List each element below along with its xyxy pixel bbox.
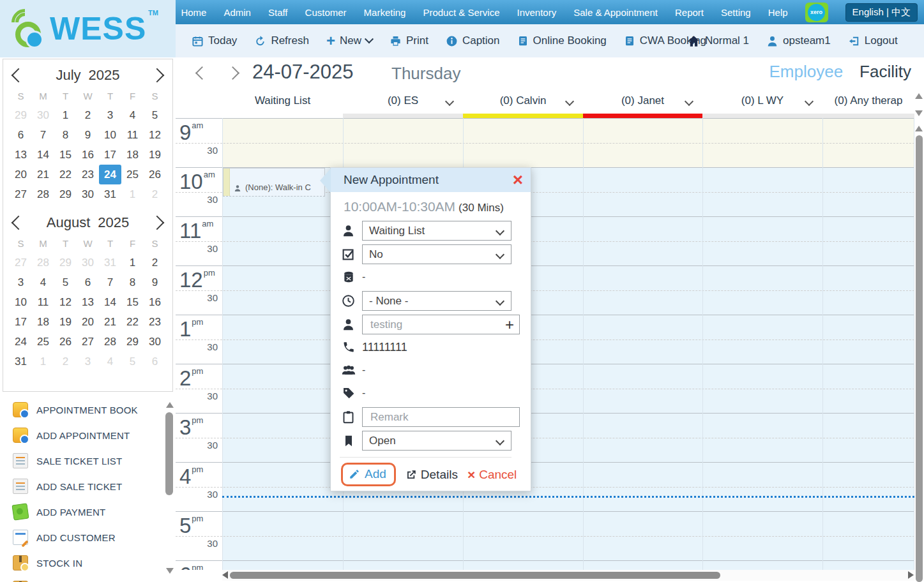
toolbar-item-today[interactable]: Today — [192, 34, 237, 47]
calendar-date[interactable]: 16 — [144, 292, 166, 312]
calendar-date[interactable]: 28 — [32, 253, 54, 272]
sidebar-item-add-payment[interactable]: ADD PAYMENT — [0, 499, 176, 525]
nav-item-setting[interactable]: Setting — [721, 7, 751, 18]
sidebar-item-stock-out[interactable]: STOCK OUT — [0, 576, 176, 582]
schedule-row[interactable] — [222, 536, 914, 561]
calendar-date[interactable]: 5 — [54, 272, 77, 292]
calendar-date[interactable]: 5 — [144, 105, 166, 125]
next-month-icon[interactable] — [150, 216, 165, 230]
appointment-chip[interactable]: (None): Walk-in C — [223, 168, 325, 197]
nav-item-help[interactable]: Help — [768, 7, 788, 18]
toolbar-item-print[interactable]: Print — [390, 34, 428, 47]
calendar-date[interactable]: 30 — [77, 184, 99, 204]
nav-item-marketing[interactable]: Marketing — [364, 7, 406, 18]
calendar-date[interactable]: 27 — [10, 184, 32, 204]
calendar-date[interactable]: 31 — [99, 184, 121, 204]
schedule-row[interactable] — [222, 143, 914, 168]
calendar-date[interactable]: 12 — [144, 125, 166, 145]
calendar-date[interactable]: 1 — [121, 184, 144, 204]
calendar-date[interactable]: 5 — [121, 352, 144, 371]
status-select[interactable]: Open — [362, 431, 511, 451]
scrollbar-thumb[interactable] — [230, 572, 720, 579]
schedule-row[interactable] — [222, 241, 914, 266]
calendar-date[interactable]: 6 — [144, 352, 166, 371]
calendar-date[interactable]: 28 — [32, 184, 54, 204]
reminder-select[interactable]: - None - — [362, 291, 511, 311]
calendar-date[interactable]: 18 — [32, 312, 54, 332]
next-day-button[interactable] — [226, 66, 239, 80]
column-header-0-janet[interactable]: (0) Janet — [583, 89, 702, 118]
nav-item-report[interactable]: Report — [675, 7, 704, 18]
scroll-right-icon[interactable] — [908, 571, 914, 579]
calendar-date[interactable]: 29 — [54, 253, 77, 272]
view-tab-facility[interactable]: Facility — [860, 62, 911, 82]
calendar-date[interactable]: 24 — [99, 165, 121, 184]
toolbar-item-refresh[interactable]: Refresh — [254, 34, 309, 47]
xero-icon[interactable]: xero — [805, 3, 828, 22]
calendar-date[interactable]: 22 — [54, 165, 77, 184]
calendar-date[interactable]: 15 — [54, 145, 77, 165]
column-header-0-any-therap[interactable]: (0) Any therap — [822, 89, 914, 118]
view-tab-employee[interactable]: Employee — [769, 62, 843, 82]
calendar-date[interactable]: 6 — [77, 272, 99, 292]
add-customer-plus-icon[interactable]: + — [505, 316, 514, 334]
calendar-date[interactable]: 2 — [144, 253, 166, 272]
calendar-date[interactable]: 7 — [99, 272, 121, 292]
calendar-date[interactable]: 16 — [77, 145, 99, 165]
calendar-date[interactable]: 8 — [54, 125, 77, 145]
calendar-date[interactable]: 9 — [144, 272, 166, 292]
calendar-date[interactable]: 11 — [32, 292, 54, 312]
calendar-date[interactable]: 31 — [10, 352, 32, 371]
calendar-date[interactable]: 31 — [99, 253, 121, 272]
calendar-date[interactable]: 30 — [77, 253, 99, 272]
calendar-date[interactable]: 24 — [10, 332, 32, 352]
calendar-date[interactable]: 12 — [54, 292, 77, 312]
scroll-down-icon[interactable] — [166, 568, 174, 574]
calendar-date[interactable]: 4 — [121, 105, 144, 125]
nav-item-inventory[interactable]: Inventory — [517, 7, 557, 18]
calendar-date[interactable]: 17 — [99, 145, 121, 165]
toolbar-item-opsteam1[interactable]: opsteam1 — [766, 34, 831, 47]
calendar-date[interactable]: 20 — [77, 312, 99, 332]
calendar-date[interactable]: 17 — [10, 312, 32, 332]
calendar-date[interactable]: 4 — [32, 272, 54, 292]
schedule-row[interactable] — [222, 462, 914, 487]
schedule-row[interactable] — [222, 389, 914, 414]
next-month-icon[interactable] — [150, 68, 165, 83]
column-header-0-l-wy[interactable]: (0) L WY — [702, 89, 822, 118]
calendar-date[interactable]: 1 — [32, 352, 54, 371]
schedule-row[interactable] — [222, 511, 914, 536]
toolbar-item-caption[interactable]: Caption — [446, 34, 500, 47]
calendar-date[interactable]: 23 — [77, 165, 99, 184]
calendar-date[interactable]: 20 — [10, 165, 32, 184]
customer-input[interactable] — [369, 318, 513, 332]
scroll-left-icon[interactable] — [222, 571, 228, 579]
calendar-date[interactable]: 6 — [10, 125, 32, 145]
header-scroll-up-icon[interactable] — [915, 93, 923, 99]
calendar-date[interactable]: 29 — [54, 184, 77, 204]
schedule-row[interactable] — [222, 560, 914, 570]
sidebar-menu-scrollbar[interactable] — [165, 397, 174, 582]
schedule-row[interactable] — [222, 265, 914, 290]
calendar-date[interactable]: 1 — [121, 253, 144, 272]
calendar-date[interactable]: 13 — [77, 292, 99, 312]
scrollbar-thumb[interactable] — [165, 412, 173, 495]
column-header-0-calvin[interactable]: (0) Calvin — [463, 89, 583, 118]
calendar-date[interactable]: 3 — [99, 105, 121, 125]
confirm-select[interactable]: No — [362, 244, 511, 264]
nav-item-customer[interactable]: Customer — [305, 7, 347, 18]
calendar-date[interactable]: 15 — [121, 292, 144, 312]
schedule-row[interactable] — [222, 364, 914, 389]
schedule-row[interactable] — [222, 340, 914, 364]
calendar-date[interactable]: 29 — [121, 332, 144, 352]
calendar-date[interactable]: 2 — [77, 105, 99, 125]
calendar-date[interactable]: 25 — [32, 332, 54, 352]
scroll-up-icon[interactable] — [166, 402, 174, 408]
calendar-date[interactable]: 10 — [99, 125, 121, 145]
toolbar-item-online-booking[interactable]: Online Booking — [517, 34, 607, 47]
column-header-0-es[interactable]: (0) ES — [343, 89, 463, 118]
calendar-date[interactable]: 30 — [32, 105, 54, 125]
calendar-date[interactable]: 14 — [32, 145, 54, 165]
toolbar-item-new[interactable]: +New — [326, 34, 372, 47]
calendar-date[interactable]: 19 — [144, 145, 166, 165]
